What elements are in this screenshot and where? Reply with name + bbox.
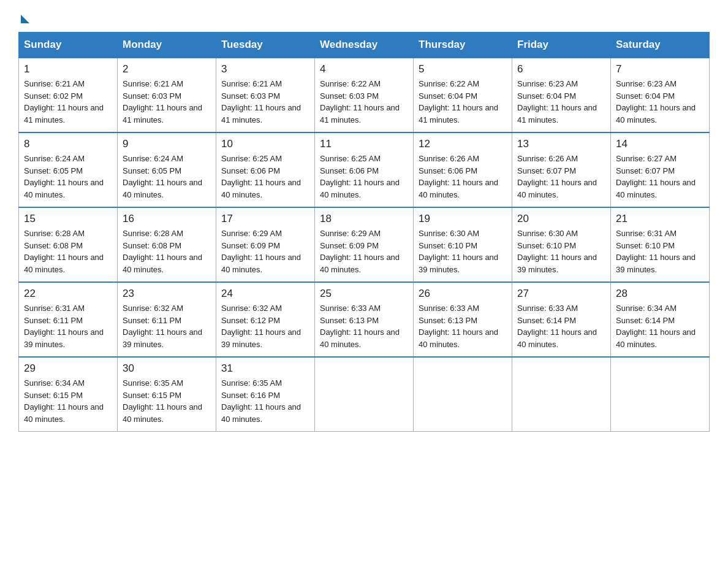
sunrise-label: Sunrise: 6:23 AM <box>517 79 578 88</box>
day-number: 19 <box>419 213 507 225</box>
day-info: Sunrise: 6:23 AM Sunset: 6:04 PM Dayligh… <box>616 78 704 126</box>
day-number: 17 <box>221 213 309 225</box>
daylight-label: Daylight: 11 hours and 40 minutes. <box>221 253 301 274</box>
weekday-header-saturday: Saturday <box>611 33 710 58</box>
sunrise-label: Sunrise: 6:25 AM <box>221 154 282 163</box>
daylight-label: Daylight: 11 hours and 40 minutes. <box>320 178 400 199</box>
daylight-label: Daylight: 11 hours and 40 minutes. <box>616 327 696 349</box>
daylight-label: Daylight: 11 hours and 40 minutes. <box>123 178 202 199</box>
sunset-label: Sunset: 6:07 PM <box>616 166 675 175</box>
sunset-label: Sunset: 6:14 PM <box>517 316 576 325</box>
day-number: 15 <box>24 213 112 225</box>
day-number: 13 <box>517 138 605 150</box>
daylight-label: Daylight: 11 hours and 40 minutes. <box>123 253 202 274</box>
day-info: Sunrise: 6:35 AM Sunset: 6:15 PM Dayligh… <box>123 377 211 425</box>
sunrise-label: Sunrise: 6:29 AM <box>320 229 381 238</box>
day-number: 24 <box>221 288 309 300</box>
sunrise-label: Sunrise: 6:24 AM <box>24 154 85 163</box>
sunset-label: Sunset: 6:08 PM <box>24 241 83 250</box>
sunrise-label: Sunrise: 6:23 AM <box>616 79 677 88</box>
calendar-day-cell: 5 Sunrise: 6:22 AM Sunset: 6:04 PM Dayli… <box>414 58 512 132</box>
day-info: Sunrise: 6:32 AM Sunset: 6:11 PM Dayligh… <box>123 302 211 350</box>
day-number: 23 <box>123 288 211 300</box>
day-number: 20 <box>517 213 605 225</box>
day-number: 14 <box>616 138 704 150</box>
day-info: Sunrise: 6:30 AM Sunset: 6:10 PM Dayligh… <box>517 228 605 275</box>
day-number: 3 <box>221 63 309 75</box>
calendar-day-cell: 31 Sunrise: 6:35 AM Sunset: 6:16 PM Dayl… <box>216 357 315 432</box>
sunset-label: Sunset: 6:06 PM <box>419 166 477 175</box>
day-info: Sunrise: 6:27 AM Sunset: 6:07 PM Dayligh… <box>616 153 704 201</box>
empty-cell <box>414 357 512 432</box>
sunset-label: Sunset: 6:10 PM <box>419 241 477 250</box>
calendar-day-cell: 24 Sunrise: 6:32 AM Sunset: 6:12 PM Dayl… <box>216 282 315 357</box>
calendar-day-cell: 2 Sunrise: 6:21 AM Sunset: 6:03 PM Dayli… <box>118 58 216 132</box>
daylight-label: Daylight: 11 hours and 40 minutes. <box>419 178 498 199</box>
calendar-day-cell: 15 Sunrise: 6:28 AM Sunset: 6:08 PM Dayl… <box>19 207 118 282</box>
day-info: Sunrise: 6:23 AM Sunset: 6:04 PM Dayligh… <box>517 78 605 126</box>
day-number: 9 <box>123 138 211 150</box>
sunrise-label: Sunrise: 6:24 AM <box>123 154 183 163</box>
sunset-label: Sunset: 6:15 PM <box>24 391 83 400</box>
sunrise-label: Sunrise: 6:27 AM <box>616 154 677 163</box>
sunrise-label: Sunrise: 6:30 AM <box>419 229 479 238</box>
sunrise-label: Sunrise: 6:22 AM <box>419 79 479 88</box>
day-info: Sunrise: 6:35 AM Sunset: 6:16 PM Dayligh… <box>221 377 309 425</box>
calendar-day-cell: 22 Sunrise: 6:31 AM Sunset: 6:11 PM Dayl… <box>19 282 118 357</box>
day-info: Sunrise: 6:25 AM Sunset: 6:06 PM Dayligh… <box>320 153 408 201</box>
sunset-label: Sunset: 6:16 PM <box>221 391 280 400</box>
daylight-label: Daylight: 11 hours and 39 minutes. <box>616 253 696 274</box>
sunset-label: Sunset: 6:03 PM <box>221 91 280 101</box>
day-number: 4 <box>320 63 408 75</box>
calendar-day-cell: 28 Sunrise: 6:34 AM Sunset: 6:14 PM Dayl… <box>611 282 710 357</box>
weekday-header-sunday: Sunday <box>19 33 118 58</box>
sunrise-label: Sunrise: 6:26 AM <box>517 154 578 163</box>
daylight-label: Daylight: 11 hours and 40 minutes. <box>24 178 104 199</box>
day-info: Sunrise: 6:29 AM Sunset: 6:09 PM Dayligh… <box>320 228 408 275</box>
calendar-day-cell: 30 Sunrise: 6:35 AM Sunset: 6:15 PM Dayl… <box>118 357 216 432</box>
day-number: 30 <box>123 362 211 375</box>
calendar-day-cell: 3 Sunrise: 6:21 AM Sunset: 6:03 PM Dayli… <box>216 58 315 132</box>
day-info: Sunrise: 6:21 AM Sunset: 6:03 PM Dayligh… <box>221 78 309 126</box>
day-info: Sunrise: 6:34 AM Sunset: 6:15 PM Dayligh… <box>24 377 112 425</box>
calendar-day-cell: 4 Sunrise: 6:22 AM Sunset: 6:03 PM Dayli… <box>315 58 414 132</box>
sunset-label: Sunset: 6:11 PM <box>123 316 181 325</box>
sunrise-label: Sunrise: 6:28 AM <box>123 229 183 238</box>
empty-cell <box>611 357 710 432</box>
sunrise-label: Sunrise: 6:33 AM <box>320 304 381 313</box>
sunrise-label: Sunrise: 6:26 AM <box>419 154 479 163</box>
sunset-label: Sunset: 6:06 PM <box>320 166 379 175</box>
daylight-label: Daylight: 11 hours and 39 minutes. <box>419 253 498 274</box>
sunrise-label: Sunrise: 6:29 AM <box>221 229 282 238</box>
daylight-label: Daylight: 11 hours and 39 minutes. <box>221 327 301 349</box>
day-info: Sunrise: 6:26 AM Sunset: 6:06 PM Dayligh… <box>419 153 507 201</box>
day-number: 5 <box>419 63 507 75</box>
sunrise-label: Sunrise: 6:21 AM <box>24 79 85 88</box>
sunrise-label: Sunrise: 6:31 AM <box>616 229 677 238</box>
calendar-day-cell: 27 Sunrise: 6:33 AM Sunset: 6:14 PM Dayl… <box>512 282 611 357</box>
calendar-day-cell: 8 Sunrise: 6:24 AM Sunset: 6:05 PM Dayli… <box>19 132 118 207</box>
calendar-day-cell: 11 Sunrise: 6:25 AM Sunset: 6:06 PM Dayl… <box>315 132 414 207</box>
day-number: 1 <box>24 63 112 75</box>
day-info: Sunrise: 6:24 AM Sunset: 6:05 PM Dayligh… <box>24 153 112 201</box>
sunset-label: Sunset: 6:13 PM <box>320 316 379 325</box>
day-info: Sunrise: 6:22 AM Sunset: 6:03 PM Dayligh… <box>320 78 408 126</box>
day-number: 31 <box>221 362 309 375</box>
day-info: Sunrise: 6:21 AM Sunset: 6:02 PM Dayligh… <box>24 78 112 126</box>
day-number: 28 <box>616 288 704 300</box>
calendar-day-cell: 26 Sunrise: 6:33 AM Sunset: 6:13 PM Dayl… <box>414 282 512 357</box>
sunrise-label: Sunrise: 6:34 AM <box>24 378 85 388</box>
calendar-day-cell: 20 Sunrise: 6:30 AM Sunset: 6:10 PM Dayl… <box>512 207 611 282</box>
calendar-header-row: SundayMondayTuesdayWednesdayThursdayFrid… <box>19 33 710 58</box>
sunset-label: Sunset: 6:15 PM <box>123 391 181 400</box>
sunset-label: Sunset: 6:13 PM <box>419 316 477 325</box>
calendar-day-cell: 16 Sunrise: 6:28 AM Sunset: 6:08 PM Dayl… <box>118 207 216 282</box>
day-info: Sunrise: 6:31 AM Sunset: 6:11 PM Dayligh… <box>24 302 112 350</box>
daylight-label: Daylight: 11 hours and 41 minutes. <box>419 103 498 124</box>
calendar-day-cell: 21 Sunrise: 6:31 AM Sunset: 6:10 PM Dayl… <box>611 207 710 282</box>
day-number: 2 <box>123 63 211 75</box>
sunrise-label: Sunrise: 6:28 AM <box>24 229 85 238</box>
calendar-day-cell: 13 Sunrise: 6:26 AM Sunset: 6:07 PM Dayl… <box>512 132 611 207</box>
day-number: 6 <box>517 63 605 75</box>
day-info: Sunrise: 6:22 AM Sunset: 6:04 PM Dayligh… <box>419 78 507 126</box>
